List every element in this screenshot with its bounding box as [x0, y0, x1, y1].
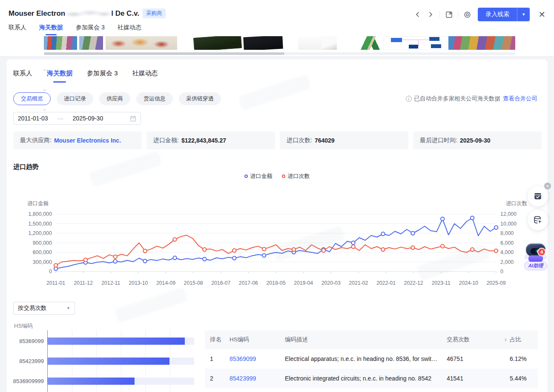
bar-tick: [43, 70, 46, 70]
svg-text:2022-01: 2022-01: [376, 280, 396, 286]
table-cell: 6.12%: [510, 355, 532, 362]
create-lead-split-button: 录入线索 ▼: [478, 8, 530, 21]
task-widget-button[interactable]: [528, 186, 548, 206]
tab-social-media[interactable]: 社媒动态: [118, 24, 141, 35]
svg-text:2021-02: 2021-02: [349, 280, 368, 286]
trend-section-title: 进口趋势: [13, 163, 39, 171]
divider: [439, 11, 440, 18]
svg-text:1,200,000: 1,200,000: [28, 230, 52, 236]
pill-supply-chain[interactable]: 采供链穿透: [179, 92, 221, 105]
stat-top-supplier: 最大供应商: Mouser Electronics Inc.: [13, 132, 142, 149]
svg-text:8,000: 8,000: [500, 230, 514, 236]
card-tab-exhibitions[interactable]: 参加展会 3: [87, 69, 118, 83]
hs-code-link[interactable]: 85369099: [230, 355, 285, 362]
svg-text:2016-07: 2016-07: [211, 280, 230, 286]
product-thumbnail[interactable]: [193, 36, 242, 50]
product-thumbnail[interactable]: [243, 36, 283, 50]
bar-track: [48, 338, 194, 345]
svg-text:2024-10: 2024-10: [459, 280, 478, 286]
calendar-icon[interactable]: [130, 115, 136, 122]
svg-text:进口次数: 进口次数: [506, 200, 528, 206]
svg-text:2,000: 2,000: [500, 259, 514, 265]
date-range-picker[interactable]: 2011-01-03 — 2025-09-30: [13, 112, 141, 125]
bar-track: [48, 378, 194, 385]
table-cell: 5.44%: [510, 375, 532, 382]
pill-trade-overview[interactable]: 交易概览: [13, 92, 51, 105]
top-supplier-link[interactable]: Mouser Electronics Inc.: [54, 137, 121, 144]
table-cell: Electrical apparatus; n.e.c. in heading …: [285, 355, 447, 362]
svg-text:1,800,000: 1,800,000: [28, 211, 52, 217]
prev-record-icon[interactable]: [414, 11, 422, 18]
tab-customs-data[interactable]: 海关数据: [39, 24, 63, 35]
svg-text:1,500,000: 1,500,000: [28, 221, 52, 227]
next-record-icon[interactable]: [427, 11, 434, 18]
merge-notice: i 已自动合并多家相关公司海关数据 查看合并公司: [406, 95, 538, 103]
hs-bar-labels: 85369099854239998536909999: [9, 330, 44, 392]
table-cell: Electronic integrated circuits; n.e.c. i…: [285, 375, 447, 382]
database-icon: [533, 215, 543, 225]
create-lead-dropdown[interactable]: ▼: [517, 8, 530, 21]
legend-item[interactable]: 进口次数: [282, 172, 310, 180]
column-header: 交易次数▲▼: [447, 336, 510, 343]
card-tab-customs-data[interactable]: 海关数据: [47, 69, 72, 83]
product-thumbnail[interactable]: [321, 36, 337, 50]
create-lead-button[interactable]: 录入线索: [478, 8, 517, 21]
date-end-input[interactable]: 2025-09-30: [73, 115, 103, 122]
pill-import-records[interactable]: 进口记录: [57, 92, 93, 105]
card-tabs: 联系人 海关数据 参加展会 3 社媒动态: [13, 69, 158, 83]
expand-icon[interactable]: [445, 11, 453, 18]
column-header: 排名: [210, 336, 230, 343]
view-merged-companies-link[interactable]: 查看合并公司: [503, 95, 537, 103]
svg-text:300,000: 300,000: [33, 259, 52, 265]
hs-code-link[interactable]: 85423999: [230, 375, 285, 382]
close-widget-icon[interactable]: ✕: [544, 183, 551, 189]
sort-mode-select[interactable]: 按交易次数 ▼: [13, 302, 75, 315]
tab-exhibitions[interactable]: 参加展会 3: [76, 24, 105, 35]
svg-text:4,000: 4,000: [500, 249, 514, 255]
card-tab-contacts[interactable]: 联系人: [13, 69, 32, 83]
svg-text:12,000: 12,000: [500, 211, 517, 217]
product-thumbnail[interactable]: [79, 36, 103, 50]
tab-contacts[interactable]: 联系人: [9, 24, 26, 35]
close-icon[interactable]: ✕: [537, 9, 547, 20]
pill-suppliers[interactable]: 供应商: [99, 92, 130, 105]
svg-text:6,000: 6,000: [500, 240, 514, 246]
ai-assistant[interactable]: 4 AI助理: [522, 243, 549, 270]
product-thumbnail[interactable]: [353, 36, 384, 50]
table-cell: 2: [210, 375, 230, 382]
stat-import-count: 进口次数: 764029: [280, 132, 408, 149]
legend-item[interactable]: 进口金额: [244, 172, 273, 180]
svg-text:2015-08: 2015-08: [184, 280, 203, 286]
bar: [48, 358, 169, 365]
legend-label: 进口金额: [250, 172, 273, 180]
svg-text:2018-05: 2018-05: [266, 280, 285, 286]
data-widget-button[interactable]: [528, 210, 548, 230]
summary-stats: 最大供应商: Mouser Electronics Inc. 进口金额: $12…: [13, 132, 542, 149]
stat-last-import-date: 最后进口时间: 2025-09-30: [413, 132, 542, 149]
product-thumbnail[interactable]: [106, 36, 177, 50]
svg-text:2011-12: 2011-12: [74, 280, 93, 286]
sort-icon[interactable]: ▲▼: [504, 338, 507, 342]
header-tabs: 联系人 海关数据 参加展会 3 社媒动态: [9, 24, 141, 35]
svg-text:2023-11: 2023-11: [432, 280, 451, 286]
bar-track: [48, 358, 194, 365]
hs-code-label: 8536909999: [9, 378, 44, 384]
carousel-scrollbar[interactable]: [44, 52, 284, 55]
product-thumbnail[interactable]: [44, 36, 77, 50]
table-row: 185369099Electrical apparatus; n.e.c. in…: [205, 349, 538, 369]
svg-text:2012-11: 2012-11: [101, 280, 120, 286]
pill-shipping-info[interactable]: 货运信息: [136, 92, 173, 105]
column-header: HS编码: [230, 336, 285, 343]
column-header: 编码描述: [285, 336, 447, 343]
watch-icon[interactable]: [463, 11, 471, 18]
product-thumbnail[interactable]: [383, 36, 447, 50]
svg-text:2013-10: 2013-10: [129, 280, 148, 286]
product-thumbnail[interactable]: [448, 36, 515, 50]
info-icon[interactable]: i: [406, 96, 412, 102]
hs-code-label: 85423999: [9, 358, 44, 364]
table-row: 285423999Electronic integrated circuits;…: [205, 369, 538, 388]
date-start-input[interactable]: 2011-01-03: [18, 115, 48, 122]
bar-tick: [43, 110, 46, 110]
svg-text:0: 0: [500, 269, 503, 275]
card-tab-social-media[interactable]: 社媒动态: [132, 69, 158, 83]
